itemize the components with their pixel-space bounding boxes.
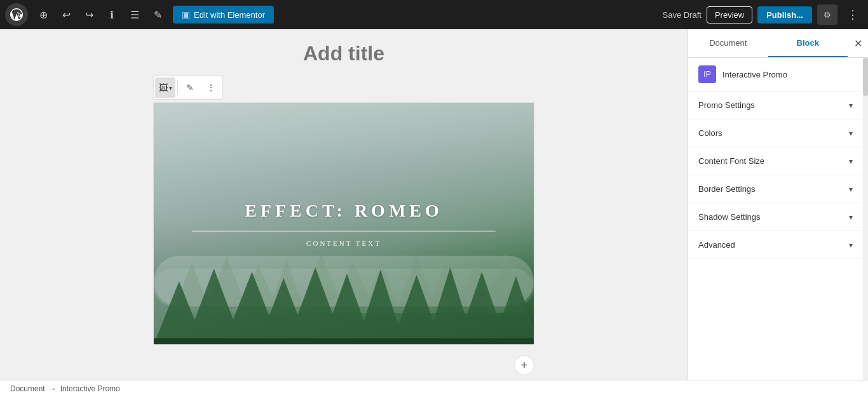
accordion-item-colors: Colors ▾ [688, 119, 863, 147]
promo-content-text: CONTENT TEXT [192, 239, 496, 247]
dropdown-arrow-icon: ▾ [169, 84, 172, 91]
settings-button[interactable]: ⚙ [817, 4, 837, 25]
main-area: 🖼 ▾ ✎ ⋮ [0, 29, 868, 380]
add-block-row: + [153, 355, 534, 375]
sidebar-scroll-thumb[interactable] [863, 58, 868, 96]
toolbar-right: Save Draft Preview Publish... ⚙ ⋮ [663, 4, 863, 25]
block-toolbar: 🖼 ▾ ✎ ⋮ [153, 76, 223, 100]
wp-logo[interactable] [5, 3, 28, 26]
block-more-btn[interactable]: ⋮ [201, 77, 221, 98]
more-options-icon: ⋮ [207, 83, 215, 93]
edit-elementor-label: Edit with Elementor [194, 10, 265, 20]
accordion-header-promo-settings[interactable]: Promo Settings ▾ [688, 91, 863, 119]
undo-icon: ↩ [62, 9, 71, 21]
info-icon: ℹ [110, 9, 114, 21]
tools-btn[interactable]: ✎ [147, 4, 168, 25]
accordion-item-border-settings: Border Settings ▾ [688, 175, 863, 203]
promo-divider [192, 231, 496, 232]
chevron-down-icon-promo: ▾ [849, 101, 853, 110]
breadcrumb-current: Interactive Promo [60, 384, 120, 393]
list-view-btn[interactable]: ☰ [125, 4, 145, 25]
editor-canvas: 🖼 ▾ ✎ ⋮ [0, 29, 688, 380]
promo-content: EFFECT: ROMEO CONTENT TEXT [192, 201, 496, 247]
publish-button[interactable]: Publish... [757, 6, 812, 24]
accordion-header-content-font-size[interactable]: Content Font Size ▾ [688, 147, 863, 175]
list-icon: ☰ [130, 9, 139, 21]
promo-block-wrapper: 🖼 ▾ ✎ ⋮ [153, 76, 534, 345]
accordion-item-advanced: Advanced ▾ [688, 231, 863, 259]
accordion-label-content-font-size: Content Font Size [698, 156, 764, 166]
page-title-input[interactable] [25, 42, 662, 65]
main-toolbar: ⊕ ↩ ↪ ℹ ☰ ✎ ▣ Edit with Elementor Save D… [0, 0, 868, 29]
redo-icon: ↪ [85, 9, 93, 21]
more-options-button[interactable]: ⋮ [843, 4, 863, 25]
accordion-item-content-font-size: Content Font Size ▾ [688, 147, 863, 175]
redo-btn[interactable]: ↪ [79, 4, 99, 25]
block-edit-btn[interactable]: ✎ [180, 77, 200, 98]
add-block-toolbar-btn[interactable]: ⊕ [33, 4, 53, 25]
chevron-down-icon-content-font: ▾ [849, 157, 853, 166]
block-image-btn[interactable]: 🖼 ▾ [155, 77, 175, 98]
chevron-down-icon-advanced: ▾ [849, 241, 853, 250]
settings-icon: ⚙ [824, 10, 831, 20]
sidebar-tabs: Document Block ✕ [688, 29, 868, 58]
breadcrumb-arrow: → [49, 384, 57, 393]
promo-image: EFFECT: ROMEO CONTENT TEXT [154, 103, 534, 344]
plus-icon: ⊕ [39, 9, 48, 21]
sidebar-scroll-track[interactable] [863, 58, 868, 380]
accordion-header-advanced[interactable]: Advanced ▾ [688, 231, 863, 259]
undo-btn[interactable]: ↩ [56, 4, 76, 25]
accordion-item-promo-settings: Promo Settings ▾ [688, 91, 863, 119]
close-icon: ✕ [854, 37, 862, 50]
accordion-header-colors[interactable]: Colors ▾ [688, 119, 863, 147]
elementor-icon: ▣ [182, 10, 190, 20]
sidebar-with-scroll: IP Interactive Promo Promo Settings ▾ Co… [688, 58, 868, 380]
pencil-icon: ✎ [154, 9, 162, 21]
save-draft-button[interactable]: Save Draft [663, 10, 702, 20]
accordion-label-advanced: Advanced [698, 240, 735, 250]
tab-block[interactable]: Block [768, 29, 848, 57]
breadcrumb-document[interactable]: Document [10, 384, 45, 393]
info-btn[interactable]: ℹ [102, 4, 122, 25]
plugin-icon: IP [698, 65, 716, 83]
accordion-label-border-settings: Border Settings [698, 184, 756, 194]
promo-block[interactable]: EFFECT: ROMEO CONTENT TEXT [153, 102, 534, 345]
chevron-down-icon-colors: ▾ [849, 129, 853, 138]
sidebar-content: IP Interactive Promo Promo Settings ▾ Co… [688, 58, 863, 380]
accordion-label-colors: Colors [698, 128, 722, 138]
plugin-icon-text: IP [703, 70, 710, 79]
plugin-icon-row: IP Interactive Promo [688, 58, 863, 91]
sidebar-close-button[interactable]: ✕ [848, 29, 868, 57]
more-icon: ⋮ [847, 8, 858, 22]
add-icon: + [521, 359, 528, 372]
accordion-header-border-settings[interactable]: Border Settings ▾ [688, 175, 863, 203]
chevron-down-icon-shadow: ▾ [849, 213, 853, 222]
tab-document[interactable]: Document [688, 29, 768, 57]
chevron-down-icon-border: ▾ [849, 185, 853, 194]
breadcrumb-bar: Document → Interactive Promo [0, 380, 868, 397]
right-sidebar: Document Block ✕ IP Interactive Promo Pr… [688, 29, 868, 380]
image-icon: 🖼 [159, 83, 168, 93]
block-controls-row: 🖼 ▾ ✎ ⋮ [153, 76, 534, 102]
preview-button[interactable]: Preview [707, 6, 752, 24]
svg-rect-24 [154, 338, 534, 344]
edit-icon: ✎ [186, 83, 194, 93]
accordion-header-shadow-settings[interactable]: Shadow Settings ▾ [688, 203, 863, 231]
plugin-name: Interactive Promo [722, 70, 787, 79]
add-block-button[interactable]: + [514, 355, 534, 375]
promo-effect-title: EFFECT: ROMEO [192, 201, 496, 221]
accordion-item-shadow-settings: Shadow Settings ▾ [688, 203, 863, 231]
block-toolbar-separator [177, 80, 178, 95]
edit-elementor-button[interactable]: ▣ Edit with Elementor [173, 6, 274, 24]
accordion-label-promo-settings: Promo Settings [698, 100, 755, 110]
accordion-label-shadow-settings: Shadow Settings [698, 212, 761, 222]
